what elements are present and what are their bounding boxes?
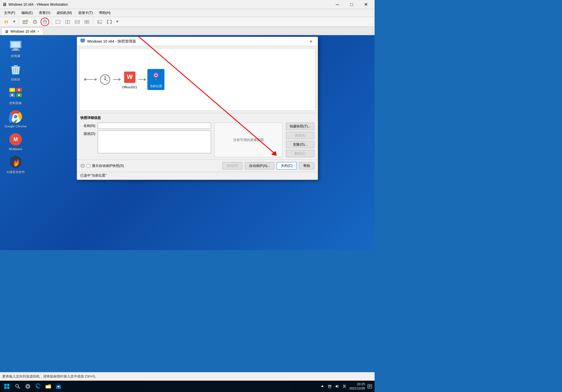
app-title: Windows 10 x64 - VMware Workstation — [9, 3, 331, 7]
desktop-icon-multipass[interactable]: M Multipass — [3, 131, 28, 152]
office-node[interactable]: W Office2021 — [122, 70, 137, 89]
dialog-close-button[interactable]: × — [308, 38, 314, 45]
svg-rect-1 — [7, 20, 8, 23]
snapshot-tree-area: W Office2021 — [79, 48, 316, 111]
desc-field-row: 描述(D): — [80, 131, 211, 153]
desktop-icon-firewall[interactable]: 火绒安全软件 — [3, 154, 28, 175]
toolbar-quad-view[interactable] — [83, 18, 91, 26]
svg-rect-40 — [82, 42, 84, 43]
name-field-row: 名称(N): — [80, 123, 211, 129]
goto-button[interactable]: 转到(G) — [222, 162, 243, 169]
this-pc-label: 此电脑 — [11, 54, 20, 58]
dialog-bottombar: 显示自动保护快照(S) 转到(G) 自动保护(A)... 关闭(C) 帮助 — [77, 160, 318, 172]
auto-protect-settings-button[interactable]: 自动保护(A)... — [245, 162, 274, 169]
svg-rect-41 — [81, 43, 84, 43]
dialog-status-text: 已选中"当前位置" — [80, 173, 107, 177]
dialog-status: 已选中"当前位置" — [77, 172, 318, 180]
current-position-label: 当前位置 — [150, 84, 162, 88]
help-button[interactable]: 帮助 — [299, 162, 314, 169]
auto-protect-checkbox[interactable] — [87, 164, 90, 168]
desc-label: 描述(D): — [80, 131, 96, 136]
toolbar-fullscreen-dropdown[interactable] — [105, 18, 113, 26]
connector-line-2 — [113, 79, 119, 80]
toolbar-single-view[interactable] — [54, 18, 62, 26]
auto-protect-label: 显示自动保护快照(S) — [92, 163, 124, 168]
svg-marker-16 — [116, 21, 118, 23]
minimize-button[interactable]: ─ — [331, 0, 344, 9]
menu-edit[interactable]: 编辑(E) — [18, 9, 35, 16]
clone-button[interactable]: 克隆(O)... — [286, 141, 314, 148]
vmware-titlebar: 🖥 Windows 10 x64 - VMware Workstation ─ … — [0, 0, 375, 9]
screenshot-placeholder-text: 没有可用的屏幕截图 — [233, 138, 264, 142]
snapshot-flow: W Office2021 — [84, 69, 166, 90]
svg-rect-0 — [5, 20, 6, 23]
delete-button[interactable]: 删除(E) — [286, 150, 314, 157]
toolbar-fullscreen-dropdown2[interactable] — [115, 18, 120, 26]
firewall-icon — [9, 155, 22, 169]
toolbar-snapshot-btn[interactable] — [31, 18, 39, 26]
toolbar-sep-3 — [93, 19, 93, 25]
connector-line-1 — [86, 79, 95, 80]
detail-section: 快照详细信息 名称(N): 描述(D): — [77, 113, 318, 160]
multipass-label: Multipass — [9, 147, 22, 151]
svg-point-31 — [18, 94, 20, 96]
desktop-icon-recycle[interactable]: 回收站 — [3, 62, 28, 83]
desktop-icon-control-panel[interactable]: 控制面板 — [3, 85, 28, 106]
connector-arrow-1 — [95, 78, 97, 81]
desktop-icon-this-pc[interactable]: 此电脑 — [3, 38, 28, 59]
main-area: Windows 10 x64 - 快照管理器 × — [31, 35, 375, 250]
svg-rect-15 — [97, 20, 102, 24]
desc-textarea[interactable] — [98, 131, 211, 153]
svg-rect-7 — [56, 20, 60, 24]
detail-section-title: 快照详细信息 — [80, 116, 314, 120]
svg-line-23 — [17, 68, 18, 73]
toolbar-send-input[interactable] — [21, 18, 29, 26]
toolbar-pause-dropdown[interactable] — [12, 18, 16, 26]
menu-tab[interactable]: 选项卡(T) — [75, 9, 95, 16]
svg-rect-20 — [12, 50, 20, 51]
vmware-toolbar — [0, 17, 375, 27]
svg-point-29 — [11, 94, 13, 96]
firewall-label: 火绒安全软件 — [6, 170, 25, 174]
control-panel-label: 控制面板 — [9, 101, 22, 105]
svg-text:M: M — [14, 137, 18, 142]
menu-help[interactable]: 帮助(H) — [96, 9, 114, 16]
connector-arrow-3 — [144, 78, 146, 81]
toolbar-console[interactable] — [96, 18, 104, 26]
detail-buttons: 拍摄快照(T)... 保留(K) 克隆(O)... 删除(E) — [286, 123, 314, 157]
svg-marker-2 — [13, 21, 15, 23]
toolbar-snapshot-manager-btn[interactable] — [41, 18, 49, 26]
menu-vm[interactable]: 虚拟机(M) — [54, 9, 75, 16]
bottom-buttons: 转到(G) 自动保护(A)... 关闭(C) 帮助 — [222, 162, 314, 169]
current-position-node[interactable]: 当前位置 — [147, 69, 164, 90]
close-dialog-button[interactable]: 关闭(C) — [277, 162, 297, 169]
tab-close-icon[interactable]: ✕ — [37, 30, 39, 33]
save-button[interactable]: 保留(K) — [286, 132, 314, 139]
recycle-icon — [9, 63, 22, 76]
clock-node-icon[interactable] — [98, 73, 112, 86]
name-label: 名称(N): — [80, 123, 96, 128]
connector-arrow-2 — [119, 78, 121, 81]
titlebar-controls: ─ □ ✕ — [331, 0, 372, 9]
office-node-label: Office2021 — [122, 85, 137, 89]
menu-view[interactable]: 查看(V) — [36, 9, 53, 16]
svg-point-30 — [18, 89, 20, 91]
dialog-app-icon — [80, 39, 85, 44]
vm-tab-win10[interactable]: 🖥 Windows 10 x64 ✕ — [1, 28, 43, 35]
multipass-icon: M — [9, 133, 22, 146]
this-pc-icon — [9, 39, 22, 53]
svg-rect-39 — [81, 39, 85, 42]
take-snapshot-button[interactable]: 拍摄快照(T)... — [286, 123, 314, 130]
desktop-icon-chrome[interactable]: Google Chrome — [3, 109, 28, 129]
chrome-label: Google Chrome — [5, 125, 27, 128]
maximize-button[interactable]: □ — [345, 0, 358, 9]
svg-point-34 — [14, 115, 17, 118]
name-input[interactable] — [98, 123, 211, 129]
toolbar-pause-button[interactable] — [2, 18, 10, 26]
svg-rect-4 — [26, 20, 28, 21]
toolbar-split-v[interactable] — [73, 18, 81, 26]
snapshot-dialog: Windows 10 x64 - 快照管理器 × — [77, 37, 318, 180]
close-button[interactable]: ✕ — [359, 0, 372, 9]
menu-file[interactable]: 文件(F) — [1, 9, 18, 16]
toolbar-split-h[interactable] — [64, 18, 72, 26]
